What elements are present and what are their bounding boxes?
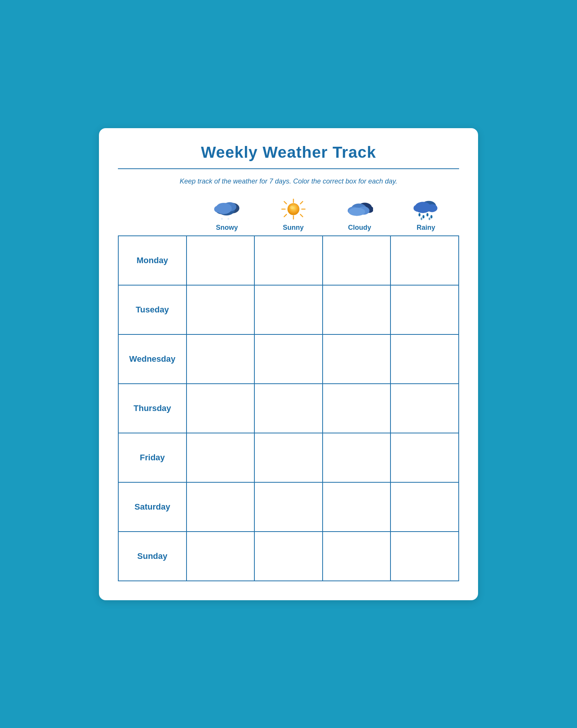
svg-point-36	[420, 217, 422, 220]
svg-point-27	[348, 207, 365, 216]
svg-text:❄: ❄	[218, 213, 221, 217]
svg-line-18	[284, 214, 286, 217]
cell-sunday-sunny[interactable]	[254, 532, 323, 581]
table-row: Sunday	[118, 532, 459, 581]
svg-point-33	[422, 215, 424, 218]
svg-point-37	[428, 217, 430, 220]
cloudy-label: Cloudy	[348, 224, 371, 232]
svg-point-34	[426, 213, 428, 217]
svg-text:✳: ✳	[220, 217, 223, 221]
svg-point-30	[413, 204, 423, 212]
rainy-label: Rainy	[417, 224, 435, 232]
sunny-label: Sunny	[283, 224, 304, 232]
title-divider	[118, 168, 459, 169]
svg-text:❄: ❄	[224, 215, 227, 219]
subtitle: Keep track of the weather for 7 days. Co…	[118, 177, 459, 185]
cell-tuesday-cloudy[interactable]	[323, 285, 391, 334]
cell-wednesday-sunny[interactable]	[254, 334, 323, 384]
cell-thursday-snowy[interactable]	[187, 384, 255, 433]
rainy-icon	[413, 197, 439, 221]
cell-friday-rainy[interactable]	[390, 433, 459, 482]
cell-wednesday-rainy[interactable]	[390, 334, 459, 384]
main-card: Weekly Weather Track Keep track of the w…	[99, 128, 478, 600]
cell-monday-sunny[interactable]	[254, 236, 323, 285]
rainy-header: Rainy	[393, 197, 459, 235]
cloudy-icon	[347, 197, 373, 221]
day-label-wednesday: Wednesday	[118, 334, 187, 384]
cell-sunday-snowy[interactable]	[187, 532, 255, 581]
cell-saturday-cloudy[interactable]	[323, 482, 391, 532]
cell-tuesday-snowy[interactable]	[187, 285, 255, 334]
svg-text:✳: ✳	[227, 217, 230, 221]
day-label-sunday: Sunday	[118, 532, 187, 581]
table-row: Saturday	[118, 482, 459, 532]
cell-monday-cloudy[interactable]	[323, 236, 391, 285]
table-row: Tuseday	[118, 285, 459, 334]
svg-line-16	[300, 214, 303, 217]
cell-saturday-sunny[interactable]	[254, 482, 323, 532]
day-label-saturday: Saturday	[118, 482, 187, 532]
page-title: Weekly Weather Track	[118, 143, 459, 162]
cell-wednesday-snowy[interactable]	[187, 334, 255, 384]
cell-sunday-cloudy[interactable]	[323, 532, 391, 581]
cell-saturday-rainy[interactable]	[390, 482, 459, 532]
svg-point-19	[287, 203, 299, 215]
day-label-monday: Monday	[118, 236, 187, 285]
cell-monday-snowy[interactable]	[187, 236, 255, 285]
table-row: Monday	[118, 236, 459, 285]
weather-header: ❄ ❄ ❄ ✳ ✳ Snowy	[118, 197, 459, 235]
table-row: Friday	[118, 433, 459, 482]
day-label-friday: Friday	[118, 433, 187, 482]
svg-point-32	[418, 213, 420, 217]
cell-thursday-sunny[interactable]	[254, 384, 323, 433]
day-label-thursday: Thursday	[118, 384, 187, 433]
svg-line-17	[300, 201, 303, 204]
cloudy-header: Cloudy	[326, 197, 393, 235]
svg-point-35	[430, 215, 432, 218]
cell-saturday-snowy[interactable]	[187, 482, 255, 532]
svg-point-20	[290, 206, 293, 209]
cell-thursday-cloudy[interactable]	[323, 384, 391, 433]
cell-friday-cloudy[interactable]	[323, 433, 391, 482]
cell-friday-sunny[interactable]	[254, 433, 323, 482]
table-row: Thursday	[118, 384, 459, 433]
table-row: Wednesday	[118, 334, 459, 384]
cell-sunday-rainy[interactable]	[390, 532, 459, 581]
cell-tuesday-sunny[interactable]	[254, 285, 323, 334]
cell-friday-snowy[interactable]	[187, 433, 255, 482]
day-label-tuesday: Tuseday	[118, 285, 187, 334]
snowy-header: ❄ ❄ ❄ ✳ ✳ Snowy	[194, 197, 260, 235]
svg-point-5	[214, 205, 223, 212]
cell-monday-rainy[interactable]	[390, 236, 459, 285]
day-label-spacer	[118, 197, 194, 235]
cell-wednesday-cloudy[interactable]	[323, 334, 391, 384]
sunny-header: Sunny	[260, 197, 326, 235]
weather-grid: MondayTusedayWednesdayThursdayFridaySatu…	[118, 235, 459, 581]
snowy-icon: ❄ ❄ ❄ ✳ ✳	[214, 197, 240, 221]
svg-point-31	[426, 204, 437, 212]
cell-tuesday-rainy[interactable]	[390, 285, 459, 334]
sunny-icon	[280, 197, 307, 221]
svg-line-15	[284, 201, 286, 204]
svg-text:❄: ❄	[230, 213, 233, 217]
cell-thursday-rainy[interactable]	[390, 384, 459, 433]
snowy-label: Snowy	[216, 224, 238, 232]
